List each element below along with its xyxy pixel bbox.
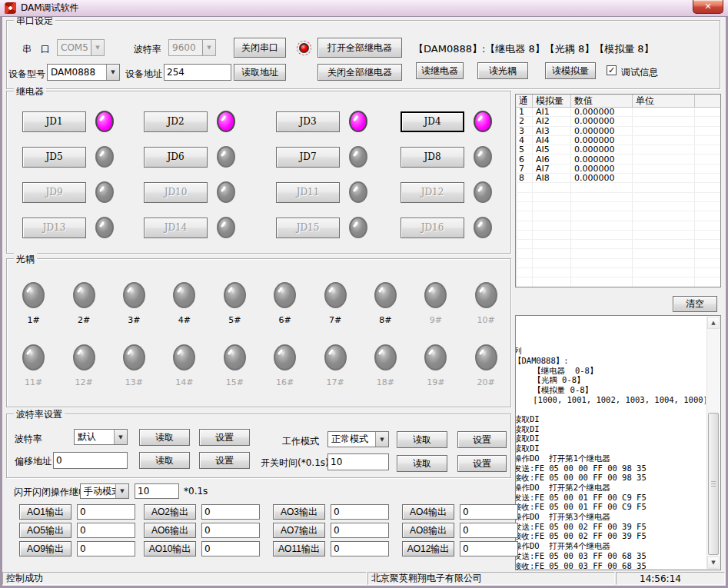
read-address-button[interactable]: 读取地址: [234, 64, 286, 81]
workmode-read-button[interactable]: 读取: [397, 431, 447, 448]
ao-output-button[interactable]: AO3输出: [273, 504, 325, 520]
offset-input[interactable]: [53, 452, 128, 469]
ao-output-button[interactable]: AO5输出: [19, 523, 71, 538]
ao-output-input[interactable]: [77, 541, 135, 556]
ao-output-input[interactable]: [201, 541, 260, 556]
ao-output-input[interactable]: [460, 523, 518, 538]
ao-output-input[interactable]: [460, 541, 518, 556]
offset-read-button[interactable]: 读取: [139, 452, 190, 469]
baud-default-select[interactable]: 默认 ▼: [74, 429, 128, 445]
ao-output-button[interactable]: AO11输出: [273, 541, 325, 556]
col-header-analog[interactable]: 模拟量: [533, 95, 571, 107]
relay-toggle-button[interactable]: JD10: [144, 182, 208, 203]
table-row-empty[interactable]: [516, 249, 720, 258]
relay-toggle-button[interactable]: JD12: [401, 182, 464, 203]
ao-output-input[interactable]: [331, 504, 389, 520]
relay-toggle-button[interactable]: JD1: [22, 111, 86, 132]
relay-toggle-button[interactable]: JD13: [22, 218, 86, 238]
col-header-value[interactable]: 数值: [571, 95, 633, 107]
table-row-empty[interactable]: [516, 183, 720, 192]
table-row[interactable]: 2 AI2 0.000000: [516, 117, 720, 126]
port-select[interactable]: COM5 ▼: [57, 39, 105, 56]
table-row-empty[interactable]: [516, 268, 720, 277]
col-header-unit[interactable]: 单位: [633, 95, 695, 107]
offset-set-button[interactable]: 设置: [199, 452, 250, 469]
baud-select[interactable]: 9600 ▼: [168, 39, 216, 56]
table-row[interactable]: 8 AI8 0.000000: [516, 174, 720, 183]
ao-output-input[interactable]: [331, 523, 389, 538]
ao-output-button[interactable]: AO6输出: [144, 523, 196, 538]
debug-info-checkbox[interactable]: ✓: [607, 65, 617, 75]
table-row[interactable]: 4 AI4 0.000000: [516, 136, 720, 145]
ao-output-input[interactable]: [460, 504, 518, 520]
table-row-empty[interactable]: [516, 193, 720, 202]
table-row[interactable]: 6 AI6 0.000000: [516, 154, 720, 164]
table-row-empty[interactable]: [516, 240, 720, 249]
table-row-empty[interactable]: [516, 221, 720, 231]
model-select[interactable]: DAM0888 ▼: [47, 64, 120, 81]
ao-output-button[interactable]: AO8输出: [402, 523, 454, 538]
table-row-empty[interactable]: [516, 202, 720, 211]
ao-output-input[interactable]: [331, 541, 389, 556]
relay-toggle-button[interactable]: JD7: [276, 147, 340, 168]
scrollbar-thumb[interactable]: [708, 413, 719, 555]
workmode-select[interactable]: 正常模式 ▼: [327, 431, 389, 447]
ao-output-input[interactable]: [201, 504, 260, 520]
col-header-extra[interactable]: [695, 95, 720, 107]
table-row[interactable]: 7 AI7 0.000000: [516, 164, 720, 174]
baud-read-button[interactable]: 读取: [139, 429, 190, 446]
relay-toggle-button[interactable]: JD14: [144, 218, 208, 238]
table-row-empty[interactable]: [516, 259, 720, 268]
table-row-empty[interactable]: [516, 211, 720, 221]
close-all-relays-button[interactable]: 关闭全部继电器: [317, 64, 402, 81]
switch-read-button[interactable]: 读取: [397, 455, 447, 472]
read-opto-button[interactable]: 读光耦: [477, 62, 528, 79]
table-row-empty[interactable]: [516, 231, 720, 240]
open-all-relays-button[interactable]: 打开全部继电器: [317, 38, 402, 58]
relay-toggle-button[interactable]: JD8: [401, 147, 464, 168]
log-output[interactable]: 列【DAM0888】: 【继电器 0-8】 【光耦 0-8】 【模拟量 0-8】…: [515, 315, 721, 570]
relay-toggle-button[interactable]: JD5: [22, 147, 86, 168]
table-row[interactable]: 1 AI1 0.000000: [516, 108, 720, 117]
address-input[interactable]: [164, 64, 231, 81]
table-row[interactable]: 3 AI3 0.000000: [516, 127, 720, 136]
close-serial-button[interactable]: 关闭串口: [234, 38, 286, 58]
ao-output-button[interactable]: AO10输出: [144, 541, 196, 556]
relay-toggle-button[interactable]: JD15: [276, 218, 340, 238]
read-analog-button[interactable]: 读模拟量: [545, 62, 596, 79]
relay-cell: JD3: [267, 111, 391, 132]
relay-toggle-button[interactable]: JD9: [22, 182, 86, 203]
table-row-empty[interactable]: [516, 277, 720, 287]
close-button[interactable]: ✕: [693, 0, 723, 14]
ao-output-button[interactable]: AO9输出: [19, 541, 71, 556]
ao-output-button[interactable]: AO4输出: [402, 504, 454, 520]
switch-time-input[interactable]: [327, 453, 389, 470]
relay-led-icon: [95, 217, 114, 238]
ao-output-input[interactable]: [77, 504, 135, 520]
ao-output-input[interactable]: [201, 523, 260, 538]
ao-output-button[interactable]: AO12输出: [402, 541, 454, 556]
relay-toggle-button[interactable]: JD6: [144, 147, 208, 168]
clear-log-button[interactable]: 清空: [673, 296, 717, 312]
table-row[interactable]: 5 AI5 0.000000: [516, 145, 720, 154]
ao-output-button[interactable]: AO1输出: [19, 504, 71, 520]
scroll-down-icon[interactable]: ▼: [707, 556, 720, 569]
relay-toggle-button[interactable]: JD16: [401, 218, 464, 238]
flash-time-input[interactable]: [135, 483, 179, 499]
flash-mode-select[interactable]: 手动模式 ▼: [80, 483, 129, 499]
col-header-channel[interactable]: 通: [516, 95, 533, 107]
switch-set-button[interactable]: 设置: [457, 455, 507, 472]
workmode-set-button[interactable]: 设置: [457, 431, 507, 448]
relay-toggle-button[interactable]: JD11: [276, 182, 340, 203]
ao-output-button[interactable]: AO2输出: [144, 504, 196, 520]
relay-toggle-button[interactable]: JD3: [276, 111, 340, 132]
ao-output-input[interactable]: [77, 523, 135, 538]
baud-set-button[interactable]: 设置: [199, 429, 250, 446]
relay-toggle-button[interactable]: JD4: [401, 111, 464, 132]
relay-toggle-button[interactable]: JD2: [144, 111, 208, 132]
log-scrollbar[interactable]: ▲ ▼: [706, 317, 720, 569]
ao-output-button[interactable]: AO7输出: [273, 523, 325, 538]
read-relays-button[interactable]: 读继电器: [416, 62, 464, 79]
cell-analog: AI6: [533, 154, 571, 163]
scroll-up-icon[interactable]: ▲: [707, 317, 720, 329]
